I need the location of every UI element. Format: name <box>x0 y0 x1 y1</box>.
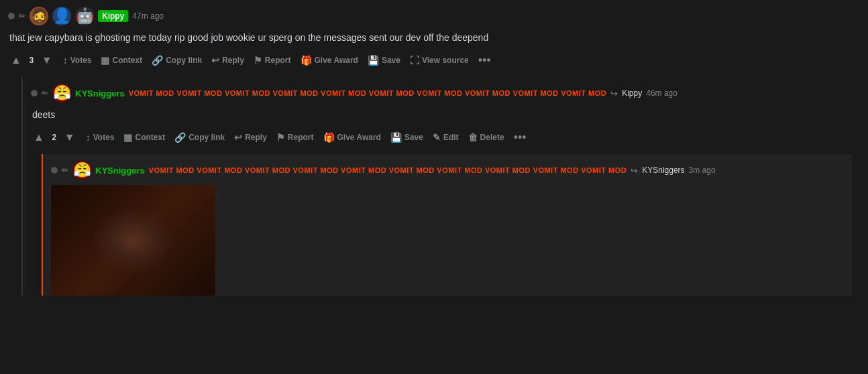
report-btn-1[interactable]: ⚑ Report <box>250 52 295 68</box>
comment-2-body: deets <box>31 108 852 122</box>
pencil-icon-1: ✏ <box>19 11 25 21</box>
award-icon-2: 🎁 <box>323 132 335 143</box>
reply-icon-1: ↩ <box>211 55 219 66</box>
copy-link-icon-2: 🔗 <box>174 132 186 143</box>
give-award-btn-1[interactable]: 🎁 Give Award <box>296 52 362 68</box>
comment-1: ✏ 🧔 👤 🤖 Kippy 47m ago that jew capybara … <box>8 7 860 74</box>
votes-icon-2: ↕ <box>86 132 91 143</box>
comment-1-body: that jew capybara is ghosting me today r… <box>8 31 860 45</box>
reply-icon-2: ↩ <box>234 132 242 143</box>
save-icon-1: 💾 <box>368 55 379 66</box>
vote-section-1: ▲ 3 ▼ <box>8 52 55 69</box>
reply-btn-1[interactable]: ↩ Reply <box>207 52 248 68</box>
comment-2-actions: ▲ 2 ▼ ↕ Votes ▦ Context 🔗 Copy link ↩ <box>31 126 852 151</box>
copy-link-icon-1: 🔗 <box>152 55 163 66</box>
save-btn-1[interactable]: 💾 Save <box>364 52 404 68</box>
comment-thread: ✏ 🧔 👤 🤖 Kippy 47m ago that jew capybara … <box>0 0 868 296</box>
upvote-2[interactable]: ▲ <box>31 129 47 146</box>
avatar-2: 😤 <box>52 84 71 103</box>
delete-icon-2: 🗑 <box>468 132 478 143</box>
comment-3: ✏ 😤 KYSniggers VOMIT MOD VOMIT MOD VOMIT… <box>43 154 852 296</box>
context-icon-1: ▦ <box>101 55 109 66</box>
downvote-2[interactable]: ▼ <box>62 129 78 146</box>
copy-link-btn-1[interactable]: 🔗 Copy link <box>148 52 206 68</box>
comment-3-image <box>51 185 215 296</box>
comment-2-container: ✏ 😤 KYSniggers VOMIT MOD VOMIT MOD VOMIT… <box>21 77 860 296</box>
pencil-icon-3: ✏ <box>62 166 68 175</box>
pencil-icon-2: ✏ <box>42 88 48 98</box>
comment-3-header: ✏ 😤 KYSniggers VOMIT MOD VOMIT MOD VOMIT… <box>51 161 844 180</box>
timestamp-3: 3m ago <box>689 166 716 175</box>
more-btn-2[interactable]: ••• <box>510 129 531 146</box>
reply-to-2: Kippy <box>622 88 642 98</box>
timestamp-2: 46m ago <box>646 88 677 98</box>
more-btn-1[interactable]: ••• <box>474 52 495 69</box>
save-btn-2[interactable]: 💾 Save <box>386 129 427 145</box>
award-icon-1: 🎁 <box>301 55 312 66</box>
online-dot-2 <box>31 90 38 97</box>
save-icon-2: 💾 <box>390 132 402 143</box>
votes-btn-2[interactable]: ↕ Votes <box>82 129 119 145</box>
mod-flair-2: VOMIT MOD VOMIT MOD VOMIT MOD VOMIT MOD … <box>129 89 607 97</box>
votes-btn-1[interactable]: ↕ Votes <box>59 52 96 68</box>
view-source-icon-1: ⛶ <box>410 55 419 66</box>
avatar-1b: 👤 <box>52 7 71 25</box>
username-2[interactable]: KYSniggers <box>75 88 125 99</box>
downvote-1[interactable]: ▼ <box>39 52 55 69</box>
context-icon-2: ▦ <box>123 132 132 143</box>
comment-2: ✏ 😤 KYSniggers VOMIT MOD VOMIT MOD VOMIT… <box>23 77 860 296</box>
vote-count-1: 3 <box>27 56 36 65</box>
report-btn-2[interactable]: ⚑ Report <box>272 129 318 145</box>
username-3[interactable]: KYSniggers <box>95 166 145 176</box>
comment-2-header: ✏ 😤 KYSniggers VOMIT MOD VOMIT MOD VOMIT… <box>31 84 852 103</box>
upvote-1[interactable]: ▲ <box>8 52 24 69</box>
edit-icon-2: ✎ <box>433 132 441 143</box>
avatar-1c: 🤖 <box>75 7 94 25</box>
avatar-1a: 🧔 <box>30 7 48 25</box>
mod-flair-3: VOMIT MOD VOMIT MOD VOMIT MOD VOMIT MOD … <box>149 166 627 174</box>
online-dot-1 <box>8 13 15 19</box>
context-btn-1[interactable]: ▦ Context <box>97 52 146 68</box>
reply-arrow-2: ↪ <box>610 88 618 99</box>
online-dot-3 <box>51 167 58 174</box>
vote-section-2: ▲ 2 ▼ <box>31 129 78 146</box>
timestamp-1: 47m ago <box>132 11 164 21</box>
comment-3-image-container <box>51 185 844 296</box>
reply-to-3: KYSniggers <box>642 166 684 175</box>
give-award-btn-2[interactable]: 🎁 Give Award <box>319 129 385 145</box>
edit-btn-2[interactable]: ✎ Edit <box>429 129 463 145</box>
comment-3-container: ✏ 😤 KYSniggers VOMIT MOD VOMIT MOD VOMIT… <box>42 154 852 296</box>
reply-arrow-3: ↪ <box>631 166 638 176</box>
avatar-3: 😤 <box>72 161 91 180</box>
copy-link-btn-2[interactable]: 🔗 Copy link <box>170 129 229 145</box>
context-btn-2[interactable]: ▦ Context <box>119 129 169 145</box>
report-icon-1: ⚑ <box>254 55 262 66</box>
report-icon-2: ⚑ <box>276 132 285 143</box>
votes-icon-1: ↕ <box>63 55 68 66</box>
comment-1-actions: ▲ 3 ▼ ↕ Votes ▦ Context 🔗 Copy link ↩ Re… <box>8 49 860 74</box>
vote-count-2: 2 <box>50 133 59 142</box>
reply-btn-2[interactable]: ↩ Reply <box>230 129 271 145</box>
delete-btn-2[interactable]: 🗑 Delete <box>464 129 508 145</box>
comment-1-header: ✏ 🧔 👤 🤖 Kippy 47m ago <box>8 7 860 25</box>
username-tag-1[interactable]: Kippy <box>98 10 128 22</box>
view-source-btn-1[interactable]: ⛶ View source <box>406 52 473 68</box>
